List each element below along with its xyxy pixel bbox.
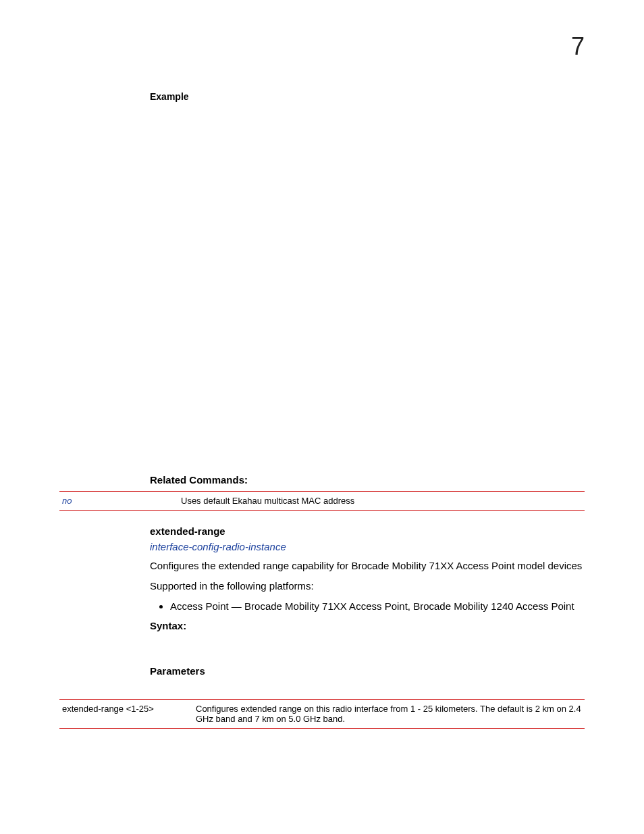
command-name-heading: extended-range <box>150 525 585 537</box>
related-command-desc: Uses default Ekahau multicast MAC addres… <box>178 492 585 510</box>
chapter-number: 7 <box>571 32 585 61</box>
context-link[interactable]: interface-config-radio-instance <box>150 541 585 552</box>
parameters-heading: Parameters <box>150 665 585 677</box>
related-command-link[interactable]: no <box>62 496 72 506</box>
table-row: extended-range <1-25> Configures extende… <box>59 700 585 728</box>
example-content-placeholder <box>150 105 585 466</box>
related-commands-heading: Related Commands: <box>150 474 585 486</box>
command-description: Configures the extended range capability… <box>150 559 585 573</box>
related-commands-table-wrapper: no Uses default Ekahau multicast MAC add… <box>150 491 585 511</box>
param-table-rule-bottom <box>59 728 585 729</box>
related-commands-table: no Uses default Ekahau multicast MAC add… <box>59 491 585 511</box>
syntax-content-placeholder <box>150 637 585 657</box>
parameters-table-wrapper: extended-range <1-25> Configures extende… <box>150 699 585 729</box>
syntax-heading: Syntax: <box>150 620 585 631</box>
parameter-desc: Configures extended range on this radio … <box>193 700 585 728</box>
parameters-gap <box>150 682 585 699</box>
supported-intro: Supported in the following platforms: <box>150 579 585 593</box>
parameters-table: extended-range <1-25> Configures extende… <box>59 699 585 729</box>
parameter-name: extended-range <1-25> <box>59 700 193 728</box>
example-heading: Example <box>150 91 585 102</box>
table-row: no Uses default Ekahau multicast MAC add… <box>59 492 585 510</box>
list-item: Access Point — Brocade Mobility 71XX Acc… <box>170 600 585 612</box>
table-rule-bottom <box>59 510 585 511</box>
supported-platforms-list: Access Point — Brocade Mobility 71XX Acc… <box>170 600 585 612</box>
